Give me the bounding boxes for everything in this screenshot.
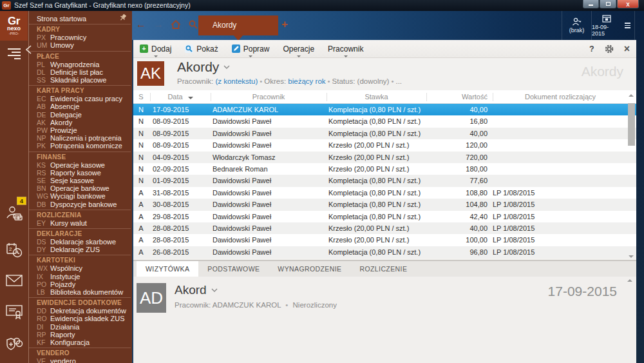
table-row[interactable]: N17-09-2015ADAMCZUK KAROLKompletacja (0,… bbox=[132, 104, 636, 115]
popraw-button[interactable]: Popraw bbox=[231, 40, 271, 58]
toolbar-button-label: Pokaż bbox=[196, 44, 218, 54]
sidebar-item-delegacje[interactable]: DEDelegacje bbox=[37, 111, 131, 119]
sidebar-item-konfiguracja[interactable]: KFKonfiguracja bbox=[37, 338, 131, 346]
sidebar-item-akordy[interactable]: AKAkordy bbox=[37, 119, 131, 126]
detail-title[interactable]: Akord bbox=[175, 283, 218, 297]
sidebar-item-definicje-list-plac[interactable]: DLDefinicje list płac bbox=[37, 68, 131, 76]
sidebar-item-wyciagi-bankowe[interactable]: WGWyciągi bankowe bbox=[37, 192, 131, 200]
sidebar-item-wynagrodzenia[interactable]: PLWynagrodzenia bbox=[37, 61, 131, 68]
calendar-clock-icon[interactable]: 2 bbox=[5, 241, 23, 259]
cell-dok: LP 1/08/2015 bbox=[493, 211, 535, 222]
table-row[interactable]: N08-09-2015Dawidowski PawełKompletacja (… bbox=[132, 115, 636, 127]
sidebar-item-deklaracje-skarbowe[interactable]: DSDeklaracje skarbowe bbox=[37, 238, 131, 246]
table-row[interactable]: N04-09-2015Włodarczyk TomaszKrzesło (20,… bbox=[132, 152, 636, 163]
maximize-button[interactable] bbox=[600, 0, 616, 8]
table-row[interactable]: N02-09-2015Bednarek RomanKrzesło (20,00 … bbox=[132, 163, 636, 175]
scroll-down-icon[interactable] bbox=[629, 255, 634, 258]
column-header-data[interactable]: Data bbox=[150, 90, 211, 103]
sidebar-item-ewidencja-czasu-pracy[interactable]: ECEwidencja czasu pracy bbox=[37, 95, 131, 103]
filter-value-status-[interactable]: (dowolny) bbox=[357, 77, 390, 85]
filter-value-pracownik-[interactable]: (z kontekstu) bbox=[215, 77, 258, 85]
mail-icon[interactable] bbox=[5, 271, 23, 289]
table-row[interactable]: A26-08-2015Dawidowski PawełKompletacja (… bbox=[132, 246, 636, 258]
sidebar-item-deklaracje-zus[interactable]: DYDeklaracje ZUS bbox=[37, 246, 131, 253]
sidebar-item-sesje-kasowe[interactable]: SESesje kasowe bbox=[37, 177, 131, 184]
table-row[interactable]: N08-09-2015Dawidowski PawełKompletacja (… bbox=[132, 128, 636, 139]
close-window-button[interactable]: x bbox=[617, 0, 639, 8]
pokaz-button[interactable]: Pokaż bbox=[184, 40, 219, 58]
dodaj-button[interactable]: +Dodaj bbox=[138, 40, 173, 58]
cell-data: 28-08-2015 bbox=[153, 234, 189, 246]
sidebar-item-raporty-kasowe[interactable]: RSRaporty kasowe bbox=[37, 169, 131, 177]
sidebar-item-pracownicy[interactable]: PXPracownicy bbox=[37, 34, 131, 41]
sidebar-item-ewidencja-skladek-zus[interactable]: ROEwidencja składek ZUS bbox=[37, 315, 131, 322]
sidebar-item-raporty[interactable]: RPRaporty bbox=[37, 331, 131, 338]
gear-icon bbox=[605, 44, 614, 54]
table-row[interactable]: N08-09-2015Dawidowski PawełKrzesło (20,0… bbox=[132, 139, 636, 151]
strip-menu-icon[interactable] bbox=[621, 11, 635, 40]
sidebar-item-strona-startowa[interactable]: Strona startowa bbox=[37, 15, 131, 23]
filter-value-more[interactable]: ... bbox=[395, 77, 402, 85]
scrollbar-thumb[interactable] bbox=[628, 103, 635, 146]
sidebar-section-header: FINANSE bbox=[37, 153, 131, 161]
table-row[interactable]: A29-08-2015Dawidowski PawełKompletacja (… bbox=[132, 211, 636, 222]
detail-tab-wynagrodzenie[interactable]: WYNAGRODZENIE bbox=[269, 261, 350, 277]
tab-akordy[interactable]: Akordy bbox=[198, 15, 278, 35]
sidebar-item-umowy[interactable]: UMUmowy bbox=[37, 41, 131, 49]
forward-icon[interactable]: → bbox=[153, 19, 164, 30]
pracownik-button[interactable]: Pracownik bbox=[327, 40, 365, 58]
sidebar-item-vendero[interactable]: VEvendero bbox=[37, 357, 131, 363]
detail-scroll-up-icon[interactable] bbox=[627, 279, 632, 282]
sidebar-item-biblioteka-dokumentow[interactable]: LBBiblioteka dokumentów bbox=[37, 288, 131, 296]
sidebar-item-wspolnicy[interactable]: WXWspólnicy bbox=[37, 264, 131, 272]
search-icon[interactable] bbox=[187, 19, 199, 30]
sidebar-item-naliczenia-i-potracenia[interactable]: NPNaliczenia i potrącenia bbox=[37, 134, 131, 142]
window-edge bbox=[636, 40, 644, 363]
table-row[interactable]: A28-08-2015Dawidowski PawełKrzesło (20,0… bbox=[132, 234, 636, 246]
column-header-dokument[interactable]: Dokument rozliczający bbox=[493, 90, 628, 103]
sidebar-item-dekretacja-dokumentow[interactable]: DDDekretacja dokumentów bbox=[37, 307, 131, 315]
table-row[interactable]: A30-08-2015Dawidowski PawełKompletacja (… bbox=[132, 199, 636, 210]
close-view-button[interactable]: × bbox=[624, 40, 630, 58]
hamburger-menu-icon[interactable] bbox=[5, 44, 23, 62]
employees-cash-icon[interactable] bbox=[5, 204, 23, 222]
sidebar-item-code: SS bbox=[37, 76, 48, 84]
sidebar-item-dyspozycje-bankowe[interactable]: DBDyspozycje bankowe bbox=[37, 201, 131, 208]
filter-value-okres-[interactable]: bieżący rok bbox=[288, 77, 325, 85]
vertical-scrollbar[interactable] bbox=[627, 93, 636, 259]
detail-tab-wizytowka[interactable]: WIZYTÓWKA bbox=[137, 261, 198, 277]
certificate-icon[interactable] bbox=[5, 302, 23, 320]
table-row[interactable]: A28-08-2015Dawidowski PawełKrzesło (20,0… bbox=[132, 222, 636, 234]
operacje-button[interactable]: Operacje bbox=[281, 40, 316, 58]
scroll-up-icon[interactable] bbox=[629, 94, 634, 97]
detail-tab-rozliczenie[interactable]: ROZLICZENIE bbox=[350, 261, 416, 277]
sidebar-item-skladniki-placowe[interactable]: SSSkładniki płacowe bbox=[37, 76, 131, 84]
work-date-button[interactable]: 18-09-2015 bbox=[591, 11, 621, 40]
user-context-button[interactable]: (brak) bbox=[562, 11, 591, 40]
minimize-button[interactable] bbox=[583, 0, 599, 8]
sidebar-item-operacje-kasowe[interactable]: KSOperacje kasowe bbox=[37, 161, 131, 169]
sidebar-item-absencje[interactable]: ABAbsencje bbox=[37, 103, 131, 110]
detail-tab-podstawowe[interactable]: PODSTAWOWE bbox=[198, 261, 269, 277]
table-row[interactable]: A31-08-2015Dawidowski PawełKompletacja (… bbox=[132, 187, 636, 199]
new-tab-button[interactable]: + bbox=[281, 18, 288, 31]
sidebar-item-potracenia-komornicze[interactable]: PKPotrącenia komornicze bbox=[37, 142, 131, 150]
view-title[interactable]: Akordy bbox=[177, 59, 230, 75]
sidebar-item-prowizje[interactable]: PWProwizje bbox=[37, 126, 131, 134]
table-row[interactable]: N01-09-2015Dawidowski PawełKompletacja (… bbox=[132, 175, 636, 186]
help-button[interactable]: ? bbox=[589, 40, 594, 58]
sidebar-item-instytucje[interactable]: IXInstytucje bbox=[37, 273, 131, 280]
sidebar-item-operacje-bankowe[interactable]: BNOperacje bankowe bbox=[37, 184, 131, 192]
sidebar-item-pojazdy[interactable]: POPojazdy bbox=[37, 280, 131, 288]
column-header-s[interactable]: S bbox=[132, 90, 150, 103]
column-header-wartosc[interactable]: Wartość bbox=[426, 90, 488, 103]
home-icon[interactable] bbox=[170, 19, 182, 30]
settings-gear-button[interactable] bbox=[605, 40, 614, 58]
shield-coins-icon[interactable] bbox=[5, 335, 23, 353]
sidebar-item-code: KF bbox=[37, 338, 48, 346]
column-header-stawka[interactable]: Stawka bbox=[327, 90, 426, 103]
column-header-pracownik[interactable]: Pracownik bbox=[211, 90, 327, 103]
sidebar-item-dzialania[interactable]: DIDziałania bbox=[37, 323, 131, 331]
back-icon[interactable]: ← bbox=[135, 19, 147, 30]
sidebar-item-kursy-walut[interactable]: EYKursy walut bbox=[37, 219, 131, 227]
